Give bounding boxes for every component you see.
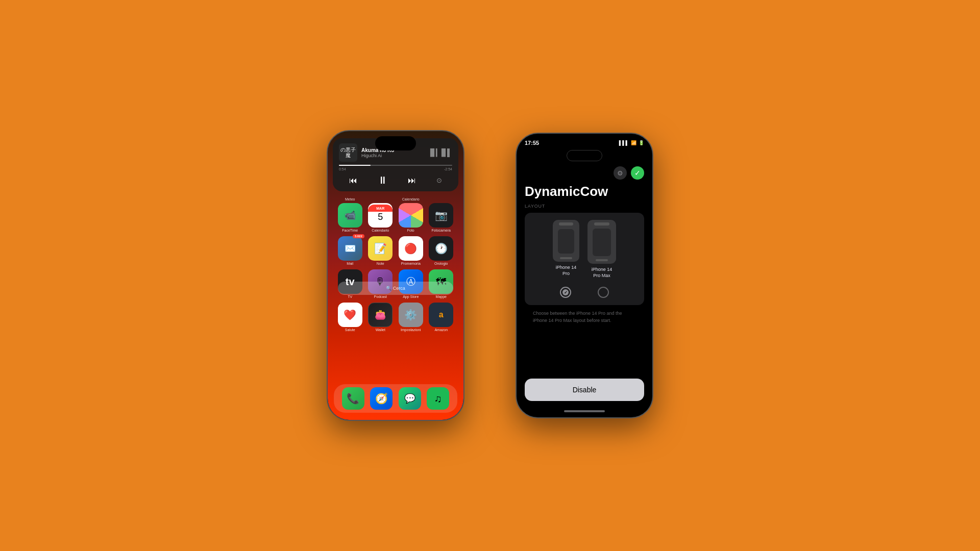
signal-icon: ▌▌▌ [619, 140, 629, 145]
time-current: 0:54 [339, 167, 346, 171]
progress-bar[interactable]: 0:54 -2:54 [339, 165, 452, 171]
app-item-foto[interactable]: Foto [398, 203, 424, 232]
phone-option-14promax[interactable]: iPhone 14Pro Max [587, 220, 616, 279]
home-indicator [564, 410, 605, 412]
dynamic-island-right [567, 150, 602, 161]
app-item-orologio[interactable]: 🕐 Orologio [428, 236, 454, 265]
app-title: DynamicCow [517, 182, 652, 204]
disable-button[interactable]: Disable [525, 379, 644, 401]
scene: の悪子魔 Akuma no Ko Higuchi Ai ▊▎▊▌ 0:54 -2… [327, 130, 653, 421]
description-text: Choose between the iPhone 14 Pro and the… [525, 305, 644, 327]
app-item-promemoria[interactable]: 🔴 Promemoria [398, 236, 424, 265]
folder-label-calendario: Calendario [397, 197, 425, 201]
app-label-podcast: Podcast [374, 295, 387, 298]
app-item-impostazioni[interactable]: ⚙️ Impostazioni [398, 303, 424, 332]
app-item-facetime[interactable]: 📹 FaceTime [337, 203, 363, 232]
folder-labels: Meteo Calendario [335, 197, 456, 201]
app-label-orologio: Orologio [434, 262, 448, 265]
app-label-note: Note [377, 262, 384, 265]
left-iphone-screen: の悪子魔 Akuma no Ko Higuchi Ai ▊▎▊▌ 0:54 -2… [328, 131, 463, 420]
phone-bottom-bar-2 [596, 259, 608, 261]
music-artist: Higuchi Ai [361, 153, 426, 158]
right-iphone-screen: 17:55 ▌▌▌ 📶 🔋 ⚙ ✓ DynamicCow [517, 134, 652, 417]
app-item-wallet[interactable]: 👛 Wallet [367, 303, 394, 332]
progress-fill [339, 165, 371, 166]
app-item-salute[interactable]: ❤️ Salute [337, 303, 363, 332]
app-item-note[interactable]: 📝 Note [367, 236, 394, 265]
dock-item-phone[interactable]: 📞 [340, 387, 366, 410]
radio-14promax[interactable] [598, 287, 609, 298]
phone-options: iPhone 14Pro iPhone 14Pro Max [532, 220, 637, 279]
app-label-promemoria: Promemoria [401, 262, 421, 265]
dynamic-island-left [375, 136, 416, 151]
app-item-amazon[interactable]: a Amazon [428, 303, 454, 332]
app-label-appstore: App Store [403, 295, 419, 298]
app-row-1: 📹 FaceTime MAR 5 Calendario [335, 203, 456, 232]
airplay-button[interactable]: ⊙ [436, 177, 442, 184]
dock-icon-phone: 📞 [342, 387, 364, 410]
music-controls: ⏮ ⏸ ⏭ ⊙ [339, 173, 452, 187]
dock-icon-whatsapp: 💬 [399, 387, 421, 410]
app-icon-promemoria: 🔴 [399, 236, 423, 261]
app-label-mappe: Mappe [436, 295, 447, 298]
app-label-calendario: Calendario [372, 229, 389, 232]
app-icon-fotocamera: 📷 [429, 203, 453, 228]
app-grid: Meteo Calendario 📹 FaceTime [328, 197, 463, 336]
app-label-mail: Mail [347, 262, 353, 265]
app-icon-foto [399, 203, 423, 228]
dock-item-safari[interactable]: 🧭 [368, 387, 395, 410]
app-icon-calendario: MAR 5 [368, 203, 393, 228]
app-label-wallet: Wallet [376, 328, 385, 332]
app-label-foto: Foto [407, 229, 414, 232]
waveform-icon: ▊▎▊▌ [430, 148, 452, 157]
layout-section: LAYOUT iPhone 14Pro [517, 204, 652, 373]
status-icons: ▌▌▌ 📶 🔋 [619, 140, 644, 145]
search-label: 🔍 Cerca [386, 286, 405, 291]
dock-icon-safari: 🧭 [370, 387, 393, 410]
app-item-mail[interactable]: ✉️ 3.022 Mail [337, 236, 363, 265]
dock-item-whatsapp[interactable]: 💬 [397, 387, 423, 410]
app-icon-salute: ❤️ [338, 303, 362, 327]
app-icon-note: 📝 [368, 236, 393, 261]
app-label-amazon: Amazon [434, 328, 448, 332]
app-label-facetime: FaceTime [342, 229, 358, 232]
photos-icon-graphic [399, 203, 423, 228]
dock-icon-spotify: ♫ [427, 387, 449, 410]
wifi-icon: 📶 [631, 140, 636, 145]
radio-inner-14pro: ✓ [562, 289, 569, 295]
phone-option-label-14promax: iPhone 14Pro Max [592, 267, 612, 279]
phone-silhouette-14promax [587, 220, 616, 264]
right-phone-header: ⚙ ✓ [517, 163, 652, 182]
app-icon-facetime: 📹 [338, 203, 362, 228]
app-label-impostazioni: Impostazioni [401, 328, 421, 332]
app-item-fotocamera[interactable]: 📷 Fotocamera [428, 203, 454, 232]
action-icons: ⚙ ✓ [614, 166, 644, 180]
radio-14pro[interactable]: ✓ [560, 287, 571, 298]
app-label-fotocamera: Fotocamera [432, 229, 451, 232]
album-art: の悪子魔 [339, 143, 357, 162]
status-bar: 17:55 ▌▌▌ 📶 🔋 [517, 134, 652, 148]
settings-icon-button[interactable]: ⚙ [614, 166, 627, 180]
app-icon-wallet: 👛 [368, 303, 393, 327]
play-pause-button[interactable]: ⏸ [378, 174, 388, 186]
status-time: 17:55 [525, 140, 539, 146]
app-row-4: ❤️ Salute 👛 Wallet ⚙️ Impo [335, 303, 456, 332]
battery-icon: 🔋 [639, 140, 644, 145]
check-icon-button[interactable]: ✓ [631, 166, 644, 180]
dock-item-spotify[interactable]: ♫ [425, 387, 451, 410]
app-icon-orologio: 🕐 [429, 236, 453, 261]
fast-forward-button[interactable]: ⏭ [408, 176, 416, 185]
search-bar[interactable]: 🔍 Cerca [338, 282, 453, 295]
phone-option-label-14pro: iPhone 14Pro [556, 265, 577, 277]
layout-card: iPhone 14Pro iPhone 14Pro Max [525, 213, 644, 305]
phone-option-14pro[interactable]: iPhone 14Pro [553, 220, 579, 279]
left-iphone: の悪子魔 Akuma no Ko Higuchi Ai ▊▎▊▌ 0:54 -2… [327, 130, 464, 421]
dock: 📞 🧭 💬 ♫ [334, 384, 457, 413]
app-icon-mail: ✉️ 3.022 [338, 236, 362, 261]
app-label-salute: Salute [345, 328, 355, 332]
rewind-button[interactable]: ⏮ [349, 176, 357, 185]
app-item-calendario[interactable]: MAR 5 Calendario [367, 203, 394, 232]
app-label-tv: TV [348, 295, 352, 298]
mail-badge: 3.022 [353, 234, 364, 238]
layout-section-label: LAYOUT [525, 204, 644, 209]
